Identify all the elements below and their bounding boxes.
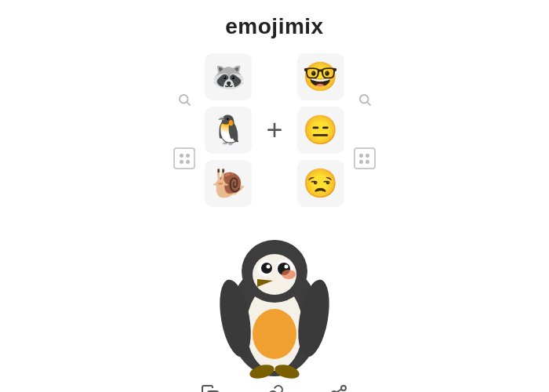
dice-dot (365, 154, 369, 158)
link-button[interactable] (262, 381, 287, 392)
svg-line-26 (336, 390, 342, 392)
right-dice-button[interactable] (354, 147, 376, 169)
left-emoji-column: 🦝 🐧 🐌 (205, 50, 252, 210)
right-emoji-slot-2[interactable]: 😑 (297, 107, 344, 154)
left-emoji-slot-2[interactable]: 🐧 (205, 107, 252, 154)
svg-point-11 (267, 265, 271, 269)
left-dice-button[interactable] (173, 147, 195, 169)
dice-dot (365, 160, 369, 164)
copy-button[interactable] (198, 381, 223, 392)
svg-point-14 (285, 265, 289, 269)
app-title: emojimix (225, 14, 323, 39)
svg-point-0 (180, 95, 188, 103)
right-emoji-slot-3[interactable]: 😒 (297, 160, 344, 207)
share-button[interactable] (326, 381, 351, 392)
svg-line-3 (367, 102, 370, 105)
raccoon-emoji: 🦝 (211, 60, 246, 93)
right-controls (354, 91, 376, 169)
dice-dot (180, 160, 184, 164)
result-emoji-display (204, 218, 345, 375)
dice-dot (359, 160, 363, 164)
left-emoji-slot-3[interactable]: 🐌 (205, 160, 252, 207)
penguin-svg (204, 218, 345, 383)
svg-point-15 (282, 270, 296, 279)
dice-dot (359, 154, 363, 158)
mixer-section: 🦝 🐧 🐌 + 🤓 😑 😒 (173, 50, 375, 210)
neutral-emoji: 😑 (303, 114, 338, 147)
right-search-button[interactable] (356, 91, 373, 108)
svg-point-6 (253, 309, 296, 359)
left-controls (173, 91, 195, 169)
search-icon (177, 93, 191, 107)
search-icon (358, 93, 372, 107)
dice-dot (186, 160, 190, 164)
snail-emoji: 🐌 (211, 167, 246, 200)
left-search-button[interactable] (176, 91, 193, 108)
svg-point-22 (341, 386, 346, 390)
bottom-section: All graphics by Goog​e. Website by Tikol… (0, 381, 549, 392)
right-emoji-slot-1[interactable]: 🤓 (297, 53, 344, 100)
nerd-emoji: 🤓 (303, 60, 338, 93)
svg-line-1 (187, 102, 191, 105)
action-icons (198, 381, 351, 392)
dice-dot (186, 154, 190, 158)
penguin-emoji: 🐧 (211, 114, 246, 147)
worried-emoji: 😒 (303, 167, 338, 200)
svg-point-2 (360, 95, 369, 103)
plus-separator: + (266, 114, 282, 147)
right-emoji-column: 🤓 😑 😒 (297, 50, 344, 210)
svg-point-10 (261, 263, 272, 274)
dice-dot (180, 154, 184, 158)
left-emoji-slot-1[interactable]: 🦝 (205, 53, 252, 100)
penguin-image (204, 218, 345, 375)
